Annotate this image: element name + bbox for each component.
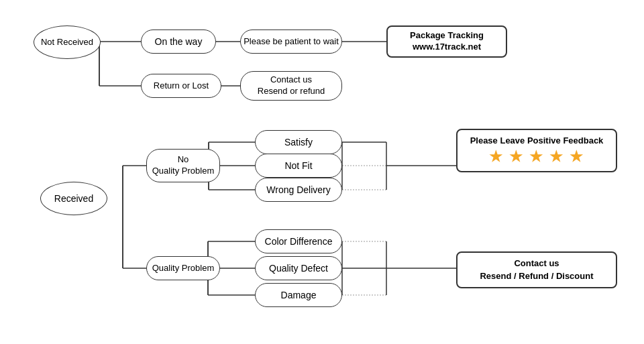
not-fit-node: Not Fit (255, 154, 342, 178)
be-patient-node: Please be patient to wait (240, 30, 342, 54)
no-quality-problem-node: NoQuality Problem (146, 149, 220, 182)
positive-feedback-node: Please Leave Positive Feedback ★ ★ ★ ★ ★ (456, 129, 617, 172)
received-node: Received (40, 182, 107, 215)
feedback-label: Please Leave Positive Feedback (466, 135, 608, 146)
quality-problem-node: Quality Problem (146, 256, 220, 280)
on-the-way-node: On the way (141, 30, 216, 54)
contact-resend-refund-discount-node: Contact usResend / Refund / Discount (456, 251, 617, 288)
package-tracking-node: Package Trackingwww.17track.net (386, 25, 507, 58)
return-or-lost-node: Return or Lost (141, 74, 221, 98)
color-difference-node: Color Difference (255, 229, 342, 253)
contact-resend-refund-node: Contact usResend or refund (240, 71, 342, 101)
diagram: Not Received On the way Return or Lost P… (0, 0, 644, 344)
damage-node: Damage (255, 283, 342, 307)
wrong-delivery-node: Wrong Delivery (255, 178, 342, 202)
satisfy-node: Satisfy (255, 130, 342, 154)
stars: ★ ★ ★ ★ ★ (466, 148, 608, 166)
quality-defect-node: Quality Defect (255, 256, 342, 280)
not-received-node: Not Received (34, 25, 101, 59)
